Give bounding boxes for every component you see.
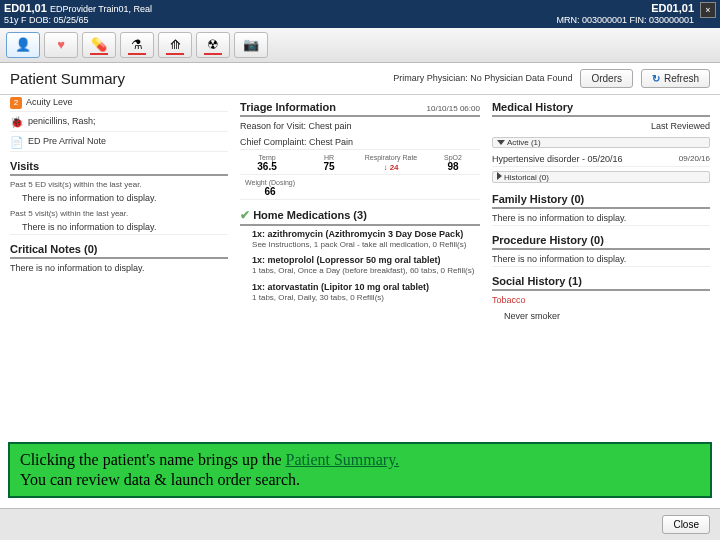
refresh-icon: ↻ [652,73,660,84]
camera-icon[interactable]: 📷 [234,32,268,58]
med-item-2[interactable]: 1x: metoprolol (Lopressor 50 mg oral tab… [240,254,480,278]
pill-icon[interactable]: 💊 [82,32,116,58]
patient-name: EDProvider Train01, Real [50,4,152,14]
flask-icon[interactable]: ⚗ [120,32,154,58]
page-title: Patient Summary [10,70,125,87]
medical-history-title: Medical History [492,99,710,117]
home-meds-title: ✔ Home Medications (3) [240,206,480,226]
critical-notes-title: Critical Notes (0) [10,241,228,259]
vital-weight: 66 [240,186,300,197]
vitals-icon[interactable]: ⟰ [158,32,192,58]
ph-empty: There is no information to display. [492,254,710,264]
mh-item: Hypertensive disorder - 05/20/16 [492,154,675,164]
triage-timestamp: 10/10/15 06:00 [427,104,480,113]
vital-rr: ↓ 24 [364,161,418,172]
visits-sub1: Past 5 ED visit(s) within the last year. [10,178,228,189]
vital-temp: 36.5 [240,161,294,172]
med-item-1[interactable]: 1x: azithromycin (Azithromycin 3 Day Dos… [240,228,480,252]
sh-value: Never smoker [504,311,710,321]
vital-spo2: 98 [426,161,480,172]
family-history-title: Family History (0) [492,191,710,209]
visits-empty2: There is no information to display. [10,222,228,232]
reason-for-visit: Reason for Visit: Chest pain [240,121,480,131]
visits-title: Visits [10,158,228,176]
primary-phys-value: No Physician Data Found [470,73,572,83]
patient-bed: ED01,01 [4,2,47,14]
mh-active-pill[interactable]: Active (1) [492,137,710,148]
orders-button[interactable]: Orders [580,69,633,88]
visits-sub2: Past 5 visit(s) within the last year. [10,207,228,218]
acuity-badge: 2 [10,97,22,109]
critical-notes-empty: There is no information to display. [10,263,228,273]
toolbar: 👤 ♥ 💊 ⚗ ⟰ ☢ 📷 [0,28,720,63]
fh-empty: There is no information to display. [492,213,710,223]
refresh-button[interactable]: ↻Refresh [641,69,710,88]
vitals-row2: Weight (Dosing)66 [240,177,480,200]
note-icon: 📄 [10,136,24,149]
heart-icon[interactable]: ♥ [44,32,78,58]
procedure-history-title: Procedure History (0) [492,232,710,250]
prearrival-note[interactable]: ED Pre Arrival Note [28,136,228,146]
mh-item-date: 09/20/16 [679,154,710,163]
tutorial-callout: Clicking the patient's name brings up th… [8,442,712,498]
primary-phys-label: Primary Physician: [393,73,468,83]
triage-title: Triage Information10/10/15 06:00 [240,99,480,117]
acuity-label: Acuity Leve [26,97,228,107]
sh-tobacco: Tobacco [492,295,710,305]
radiation-icon[interactable]: ☢ [196,32,230,58]
vital-hr: 75 [302,161,356,172]
close-button[interactable]: Close [662,515,710,534]
vitals-row1: Temp36.5 HR75 Respiratory Rate↓ 24 SpO29… [240,152,480,175]
social-history-title: Social History (1) [492,273,710,291]
med-item-3[interactable]: 1x: atorvastatin (Lipitor 10 mg oral tab… [240,281,480,305]
check-icon: ✔ [240,208,250,222]
last-reviewed-label: Last Reviewed [651,121,710,131]
mh-historical-pill[interactable]: Historical (0) [492,171,710,183]
close-icon[interactable]: × [700,2,716,18]
person-icon[interactable]: 👤 [6,32,40,58]
patient-demographics: 51y F DOB: 05/25/65 [4,15,152,26]
allergy-icon: 🐞 [10,116,24,129]
page-header: Patient Summary Primary Physician: No Ph… [0,63,720,95]
bottom-bar: Close [0,508,720,540]
chevron-right-icon [497,172,502,180]
patient-bed-right: ED01,01 [556,2,694,15]
chief-complaint: Chief Complaint: Chest Pain [240,137,480,147]
title-bar: ED01,01 EDProvider Train01, Real 51y F D… [0,0,720,28]
visits-empty1: There is no information to display. [10,193,228,203]
patient-mrn-fin: MRN: 003000001 FIN: 030000001 [556,15,694,26]
allergy-text: penicillins, Rash; [28,116,228,126]
chevron-down-icon [497,140,505,145]
